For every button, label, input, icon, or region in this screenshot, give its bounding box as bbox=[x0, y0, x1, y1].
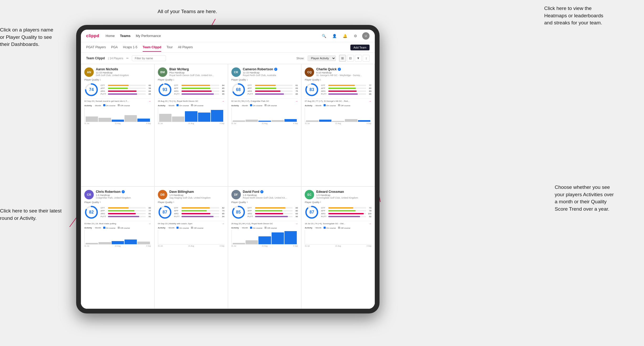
quality-section: 87 OTT 82 APP 74 ARG 85 bbox=[158, 205, 225, 219]
player-avatar[interactable]: DB bbox=[158, 190, 167, 199]
quality-row-arg: ARG 103 bbox=[321, 212, 371, 215]
player-info: Blair McHarg Plus Handicap Royal North D… bbox=[169, 67, 225, 77]
chart-area bbox=[231, 108, 298, 122]
player-info: David Ford ✓ 1-5 Handicap Royal North De… bbox=[243, 190, 298, 199]
on-course-legend: On course bbox=[250, 104, 262, 107]
player-name[interactable]: Aaron Nicholls bbox=[96, 67, 151, 71]
recent-round[interactable]: 26 Aug 23 | 84 (+12), Royal North Devon … bbox=[231, 221, 298, 225]
recent-round[interactable]: 02 Jul 23 | 59 (+17), Craigmillar Park G… bbox=[231, 98, 298, 103]
player-avatar[interactable]: CR bbox=[231, 67, 241, 77]
toolbar: Team Clippd | 14 Players ✏ Show: Player … bbox=[81, 53, 375, 64]
round-arrow[interactable]: → bbox=[222, 222, 225, 225]
view-sort-icon[interactable]: ↕ bbox=[363, 55, 370, 62]
quality-row-app: APP 77 bbox=[101, 210, 151, 212]
subnav-hcaps[interactable]: Hcaps 1-5 bbox=[123, 43, 137, 52]
player-name[interactable]: Dave Billingham bbox=[169, 190, 225, 194]
round-arrow[interactable]: → bbox=[369, 222, 371, 225]
recent-round[interactable]: 04 Sep 23 | Mobility with coach, Gym → bbox=[158, 221, 225, 225]
player-name[interactable]: Cameron Robertson ✓ bbox=[243, 67, 298, 71]
quality-circle[interactable]: 87 bbox=[158, 205, 172, 219]
player-avatar[interactable]: CR bbox=[84, 190, 94, 199]
edit-icon[interactable]: ✏ bbox=[126, 57, 129, 60]
player-club: Drift Golf Club, United Kingdom bbox=[96, 74, 151, 77]
chart-area bbox=[158, 108, 225, 122]
player-name[interactable]: David Ford ✓ bbox=[243, 190, 298, 194]
player-name[interactable]: Edward Crossman bbox=[316, 190, 371, 194]
recent-round[interactable]: 07 Aug 23 | 77 (+7), St George's Hill GC… bbox=[305, 98, 371, 103]
player-name[interactable]: Chris Robertson ✓ bbox=[96, 190, 151, 194]
round-arrow[interactable]: → bbox=[369, 100, 371, 103]
nav-link-home[interactable]: Home bbox=[106, 33, 115, 39]
round-arrow[interactable]: → bbox=[148, 222, 151, 225]
round-arrow[interactable]: → bbox=[148, 100, 151, 103]
player-header: DF David Ford ✓ 1-5 Handicap Royal North… bbox=[231, 190, 298, 199]
settings-icon[interactable]: ⚙ bbox=[352, 32, 359, 40]
activity-label: Activity bbox=[158, 104, 165, 107]
player-club: Royal North Devon Golf Club, United Kit.… bbox=[243, 196, 298, 199]
quality-row-putt: PUTT 96 bbox=[248, 215, 298, 218]
subnav-tour[interactable]: Tour bbox=[167, 43, 173, 52]
subnav-all-players[interactable]: All Players bbox=[178, 43, 193, 52]
quality-row-ott: OTT 77 bbox=[321, 84, 371, 87]
profile-icon[interactable]: 👤 bbox=[331, 32, 338, 40]
bell-icon[interactable]: 🔔 bbox=[341, 32, 349, 40]
player-avatar[interactable]: AN bbox=[84, 67, 94, 77]
recent-round[interactable]: 02 Sep 23 | Sunset round to get back int… bbox=[84, 98, 151, 103]
player-card[interactable]: CQ Charlie Quick ✓ 6-10 Handicap St. Geo… bbox=[301, 64, 375, 187]
player-avatar[interactable]: BM bbox=[158, 67, 167, 77]
view-grid3-icon[interactable]: ⊟ bbox=[347, 55, 354, 62]
round-arrow[interactable]: → bbox=[222, 100, 225, 103]
recent-round[interactable]: 03 Mar 23 | 19, Must make putting → bbox=[84, 221, 151, 225]
player-info: Charlie Quick ✓ 6-10 Handicap St. George… bbox=[316, 67, 371, 77]
filter-input[interactable] bbox=[132, 55, 166, 61]
show-select[interactable]: Player Activity bbox=[308, 55, 336, 61]
subnav-team-clippd[interactable]: Team Clippd bbox=[143, 43, 161, 52]
quality-row-putt: PUTT 94 bbox=[174, 215, 225, 218]
round-arrow[interactable]: → bbox=[295, 100, 298, 103]
player-card[interactable]: CR Cameron Robertson ✓ 11-15 Handicap Ro… bbox=[228, 64, 302, 187]
player-card[interactable]: BM Blair McHarg Plus Handicap Royal Nort… bbox=[154, 64, 228, 187]
quality-circle[interactable]: 83 bbox=[305, 83, 319, 97]
player-card[interactable]: CR Chris Robertson ✓ 1-5 Handicap Craigm… bbox=[81, 187, 154, 309]
verified-badge: ✓ bbox=[338, 68, 341, 71]
chart-bar bbox=[272, 232, 284, 244]
player-card[interactable]: AN Aaron Nicholls 11-15 Handicap Drift G… bbox=[81, 64, 154, 187]
player-avatar[interactable]: DF bbox=[231, 190, 241, 199]
player-handicap: 1-5 Handicap bbox=[169, 194, 225, 196]
player-name[interactable]: Blair McHarg bbox=[169, 67, 225, 71]
nav-link-teams[interactable]: Teams bbox=[120, 33, 131, 39]
quality-circle[interactable]: 82 bbox=[84, 205, 98, 219]
quality-circle[interactable]: 74 bbox=[84, 83, 98, 97]
verified-badge: ✓ bbox=[274, 68, 277, 71]
player-card[interactable]: DF David Ford ✓ 1-5 Handicap Royal North… bbox=[228, 187, 302, 309]
on-course-legend: On course bbox=[324, 104, 336, 107]
player-name[interactable]: Charlie Quick ✓ bbox=[316, 67, 371, 71]
player-card[interactable]: DB Dave Billingham 1-5 Handicap Sag Magi… bbox=[154, 187, 228, 309]
subnav-pgat[interactable]: PGAT Players bbox=[86, 43, 106, 52]
recent-round[interactable]: 18 Jul 23 | 74 (+4), Sunningdale GC - Ol… bbox=[305, 221, 371, 225]
player-club: Royal Perth Golf Club, Australia bbox=[243, 74, 298, 77]
player-info: Aaron Nicholls 11-15 Handicap Drift Golf… bbox=[96, 67, 151, 77]
view-filter-icon[interactable]: ▼ bbox=[355, 55, 362, 62]
quality-row-arg: ARG 75 bbox=[248, 90, 298, 92]
nav-link-performance[interactable]: My Performance bbox=[136, 33, 161, 39]
avatar[interactable]: U bbox=[362, 32, 370, 40]
recent-round[interactable]: 26 Aug 23 | 73 (+1), Royal North Devon G… bbox=[158, 98, 225, 103]
quality-label: Player Quality ℹ bbox=[84, 78, 151, 81]
quality-row-app: APP 58 bbox=[101, 87, 151, 89]
subnav-pga[interactable]: PGA bbox=[111, 43, 118, 52]
quality-circle[interactable]: 93 bbox=[158, 83, 172, 97]
player-card[interactable]: EC Edward Crossman 1-5 Handicap Sunningd… bbox=[301, 187, 375, 309]
quality-label: Player Quality ℹ bbox=[158, 78, 225, 81]
quality-circle[interactable]: 85 bbox=[231, 205, 246, 219]
add-team-button[interactable]: Add Team bbox=[350, 45, 370, 50]
quality-circle[interactable]: 68 bbox=[231, 83, 246, 97]
player-avatar[interactable]: EC bbox=[305, 190, 314, 199]
quality-bars: OTT 89 APP 80 ARG 83 PUTT 96 bbox=[248, 207, 298, 218]
quality-circle[interactable]: 87 bbox=[305, 205, 319, 219]
verified-badge: ✓ bbox=[260, 190, 263, 193]
view-grid4-icon[interactable]: ⊞ bbox=[339, 55, 346, 62]
search-icon[interactable]: 🔍 bbox=[320, 32, 328, 40]
round-arrow[interactable]: → bbox=[295, 222, 298, 225]
player-avatar[interactable]: CQ bbox=[305, 67, 314, 77]
